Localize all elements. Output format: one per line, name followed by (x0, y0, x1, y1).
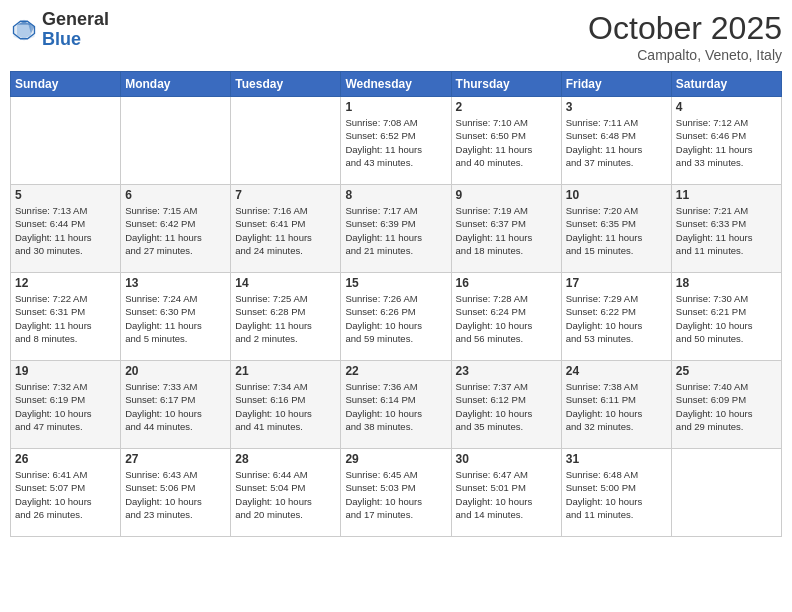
calendar-cell: 7Sunrise: 7:16 AMSunset: 6:41 PMDaylight… (231, 185, 341, 273)
day-info: Sunrise: 6:45 AMSunset: 5:03 PMDaylight:… (345, 468, 446, 521)
header: General Blue October 2025 Campalto, Vene… (10, 10, 782, 63)
day-info: Sunrise: 6:43 AMSunset: 5:06 PMDaylight:… (125, 468, 226, 521)
day-number: 11 (676, 188, 777, 202)
calendar-week-row: 12Sunrise: 7:22 AMSunset: 6:31 PMDayligh… (11, 273, 782, 361)
calendar-cell: 23Sunrise: 7:37 AMSunset: 6:12 PMDayligh… (451, 361, 561, 449)
calendar-cell: 9Sunrise: 7:19 AMSunset: 6:37 PMDaylight… (451, 185, 561, 273)
day-info: Sunrise: 7:16 AMSunset: 6:41 PMDaylight:… (235, 204, 336, 257)
day-info: Sunrise: 7:32 AMSunset: 6:19 PMDaylight:… (15, 380, 116, 433)
calendar-cell: 29Sunrise: 6:45 AMSunset: 5:03 PMDayligh… (341, 449, 451, 537)
day-number: 5 (15, 188, 116, 202)
calendar-cell: 22Sunrise: 7:36 AMSunset: 6:14 PMDayligh… (341, 361, 451, 449)
day-info: Sunrise: 7:28 AMSunset: 6:24 PMDaylight:… (456, 292, 557, 345)
day-number: 30 (456, 452, 557, 466)
calendar-cell: 25Sunrise: 7:40 AMSunset: 6:09 PMDayligh… (671, 361, 781, 449)
calendar-cell: 12Sunrise: 7:22 AMSunset: 6:31 PMDayligh… (11, 273, 121, 361)
day-number: 20 (125, 364, 226, 378)
calendar-cell: 27Sunrise: 6:43 AMSunset: 5:06 PMDayligh… (121, 449, 231, 537)
calendar-cell: 31Sunrise: 6:48 AMSunset: 5:00 PMDayligh… (561, 449, 671, 537)
calendar-cell: 19Sunrise: 7:32 AMSunset: 6:19 PMDayligh… (11, 361, 121, 449)
day-info: Sunrise: 7:30 AMSunset: 6:21 PMDaylight:… (676, 292, 777, 345)
calendar-cell: 17Sunrise: 7:29 AMSunset: 6:22 PMDayligh… (561, 273, 671, 361)
calendar-cell: 2Sunrise: 7:10 AMSunset: 6:50 PMDaylight… (451, 97, 561, 185)
day-number: 29 (345, 452, 446, 466)
calendar-cell: 26Sunrise: 6:41 AMSunset: 5:07 PMDayligh… (11, 449, 121, 537)
day-info: Sunrise: 7:17 AMSunset: 6:39 PMDaylight:… (345, 204, 446, 257)
calendar-cell (231, 97, 341, 185)
day-info: Sunrise: 6:41 AMSunset: 5:07 PMDaylight:… (15, 468, 116, 521)
logo-blue: Blue (42, 29, 81, 49)
weekday-header-wednesday: Wednesday (341, 72, 451, 97)
day-number: 25 (676, 364, 777, 378)
day-number: 21 (235, 364, 336, 378)
day-info: Sunrise: 7:24 AMSunset: 6:30 PMDaylight:… (125, 292, 226, 345)
day-number: 13 (125, 276, 226, 290)
day-number: 15 (345, 276, 446, 290)
calendar-cell (11, 97, 121, 185)
calendar-week-row: 26Sunrise: 6:41 AMSunset: 5:07 PMDayligh… (11, 449, 782, 537)
day-info: Sunrise: 7:15 AMSunset: 6:42 PMDaylight:… (125, 204, 226, 257)
title-area: October 2025 Campalto, Veneto, Italy (588, 10, 782, 63)
day-info: Sunrise: 7:34 AMSunset: 6:16 PMDaylight:… (235, 380, 336, 433)
day-number: 26 (15, 452, 116, 466)
weekday-header-monday: Monday (121, 72, 231, 97)
calendar-cell: 14Sunrise: 7:25 AMSunset: 6:28 PMDayligh… (231, 273, 341, 361)
day-info: Sunrise: 7:22 AMSunset: 6:31 PMDaylight:… (15, 292, 116, 345)
day-info: Sunrise: 7:12 AMSunset: 6:46 PMDaylight:… (676, 116, 777, 169)
calendar-cell: 11Sunrise: 7:21 AMSunset: 6:33 PMDayligh… (671, 185, 781, 273)
calendar-cell: 4Sunrise: 7:12 AMSunset: 6:46 PMDaylight… (671, 97, 781, 185)
calendar-cell: 13Sunrise: 7:24 AMSunset: 6:30 PMDayligh… (121, 273, 231, 361)
day-number: 7 (235, 188, 336, 202)
day-info: Sunrise: 7:08 AMSunset: 6:52 PMDaylight:… (345, 116, 446, 169)
weekday-header-saturday: Saturday (671, 72, 781, 97)
calendar-cell: 18Sunrise: 7:30 AMSunset: 6:21 PMDayligh… (671, 273, 781, 361)
day-number: 19 (15, 364, 116, 378)
calendar-cell: 6Sunrise: 7:15 AMSunset: 6:42 PMDaylight… (121, 185, 231, 273)
day-info: Sunrise: 7:36 AMSunset: 6:14 PMDaylight:… (345, 380, 446, 433)
day-info: Sunrise: 7:20 AMSunset: 6:35 PMDaylight:… (566, 204, 667, 257)
month-title: October 2025 (588, 10, 782, 47)
calendar-cell (121, 97, 231, 185)
weekday-header-row: SundayMondayTuesdayWednesdayThursdayFrid… (11, 72, 782, 97)
calendar-cell (671, 449, 781, 537)
day-number: 4 (676, 100, 777, 114)
day-info: Sunrise: 7:38 AMSunset: 6:11 PMDaylight:… (566, 380, 667, 433)
logo-text: General Blue (42, 10, 109, 50)
day-number: 24 (566, 364, 667, 378)
day-number: 8 (345, 188, 446, 202)
day-info: Sunrise: 7:19 AMSunset: 6:37 PMDaylight:… (456, 204, 557, 257)
day-number: 12 (15, 276, 116, 290)
weekday-header-friday: Friday (561, 72, 671, 97)
subtitle: Campalto, Veneto, Italy (588, 47, 782, 63)
calendar-cell: 1Sunrise: 7:08 AMSunset: 6:52 PMDaylight… (341, 97, 451, 185)
day-number: 18 (676, 276, 777, 290)
weekday-header-thursday: Thursday (451, 72, 561, 97)
day-number: 10 (566, 188, 667, 202)
day-number: 3 (566, 100, 667, 114)
calendar-cell: 5Sunrise: 7:13 AMSunset: 6:44 PMDaylight… (11, 185, 121, 273)
calendar-cell: 28Sunrise: 6:44 AMSunset: 5:04 PMDayligh… (231, 449, 341, 537)
day-info: Sunrise: 6:44 AMSunset: 5:04 PMDaylight:… (235, 468, 336, 521)
calendar-cell: 30Sunrise: 6:47 AMSunset: 5:01 PMDayligh… (451, 449, 561, 537)
calendar-cell: 24Sunrise: 7:38 AMSunset: 6:11 PMDayligh… (561, 361, 671, 449)
day-info: Sunrise: 7:21 AMSunset: 6:33 PMDaylight:… (676, 204, 777, 257)
day-info: Sunrise: 7:40 AMSunset: 6:09 PMDaylight:… (676, 380, 777, 433)
day-info: Sunrise: 7:13 AMSunset: 6:44 PMDaylight:… (15, 204, 116, 257)
weekday-header-tuesday: Tuesday (231, 72, 341, 97)
weekday-header-sunday: Sunday (11, 72, 121, 97)
day-number: 6 (125, 188, 226, 202)
day-info: Sunrise: 7:26 AMSunset: 6:26 PMDaylight:… (345, 292, 446, 345)
day-number: 16 (456, 276, 557, 290)
day-info: Sunrise: 7:33 AMSunset: 6:17 PMDaylight:… (125, 380, 226, 433)
logo: General Blue (10, 10, 109, 50)
calendar-week-row: 5Sunrise: 7:13 AMSunset: 6:44 PMDaylight… (11, 185, 782, 273)
day-number: 1 (345, 100, 446, 114)
day-info: Sunrise: 7:29 AMSunset: 6:22 PMDaylight:… (566, 292, 667, 345)
day-number: 2 (456, 100, 557, 114)
calendar-cell: 8Sunrise: 7:17 AMSunset: 6:39 PMDaylight… (341, 185, 451, 273)
day-info: Sunrise: 6:48 AMSunset: 5:00 PMDaylight:… (566, 468, 667, 521)
day-number: 17 (566, 276, 667, 290)
day-info: Sunrise: 7:10 AMSunset: 6:50 PMDaylight:… (456, 116, 557, 169)
logo-icon (10, 16, 38, 44)
day-info: Sunrise: 7:37 AMSunset: 6:12 PMDaylight:… (456, 380, 557, 433)
